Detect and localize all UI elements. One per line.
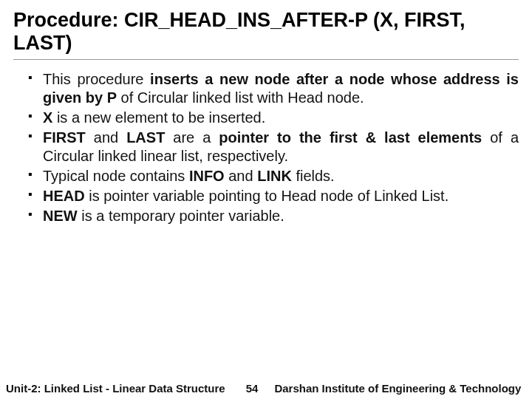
footer-page-number: 54	[246, 382, 259, 395]
bullet-item: FIRST and LAST are a pointer to the firs…	[28, 129, 519, 166]
content-area: This procedure inserts a new node after …	[13, 70, 519, 225]
bullet-item: HEAD is pointer variable pointing to Hea…	[28, 187, 519, 205]
slide: Procedure: CIR_HEAD_INS_AFTER-P (X, FIRS…	[0, 0, 532, 399]
bullet-item: Typical node contains INFO and LINK fiel…	[28, 167, 519, 185]
slide-title: Procedure: CIR_HEAD_INS_AFTER-P (X, FIRS…	[13, 9, 519, 60]
footer: Unit-2: Linked List - Linear Data Struct…	[0, 377, 532, 399]
bullet-item: NEW is a temporary pointer variable.	[28, 207, 519, 225]
bullet-item: X is a new element to be inserted.	[28, 109, 519, 127]
bullet-item: This procedure inserts a new node after …	[28, 70, 519, 107]
footer-unit: Unit-2: Linked List - Linear Data Struct…	[0, 382, 225, 395]
bullet-list: This procedure inserts a new node after …	[28, 70, 519, 225]
footer-institute: Darshan Institute of Engineering & Techn…	[274, 382, 532, 395]
